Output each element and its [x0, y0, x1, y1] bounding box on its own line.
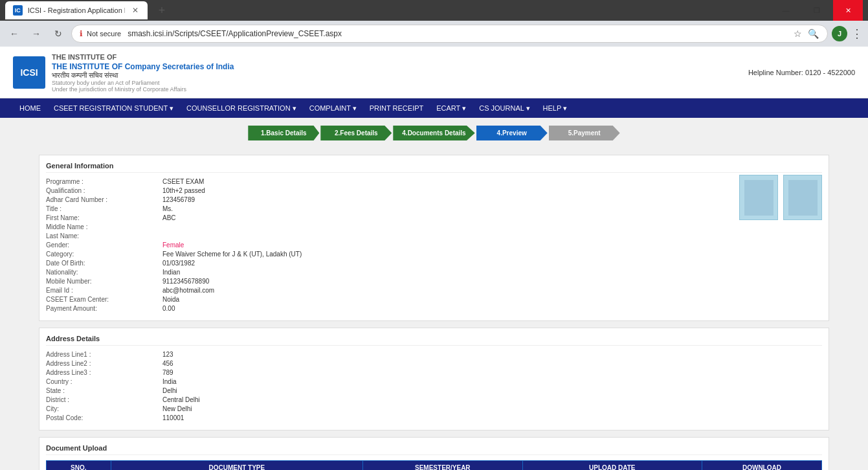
- label-category: Category:: [46, 251, 162, 258]
- window-controls: — ❐ ✕: [771, 0, 863, 21]
- address-row-district: District : Central Delhi: [46, 396, 822, 403]
- title-bar: IC ICSI - Registration Application P... …: [0, 0, 868, 21]
- new-tab-btn[interactable]: +: [153, 1, 171, 19]
- minimize-btn[interactable]: —: [771, 0, 801, 21]
- address-row-1: Address Line1 : 123: [46, 351, 822, 358]
- value-dob: 01/03/1982: [162, 260, 822, 267]
- address-text: smash.icsi.in/Scripts/CSEET/ApplicationP…: [128, 29, 342, 38]
- value-gender: Female: [162, 241, 822, 249]
- icsi-header: ICSI THE INSTITUTE OF THE INSTITUTE OF C…: [0, 47, 868, 98]
- addr-value-3: 789: [162, 369, 822, 376]
- addr-value-city: New Delhi: [162, 405, 822, 412]
- photo-area: [739, 175, 822, 220]
- info-row-middlename: Middle Name :: [46, 223, 822, 230]
- label-programme: Programme :: [46, 178, 162, 185]
- photo-inner-2: [788, 180, 818, 216]
- general-info-section: General Information Programme : CSEET EX…: [39, 155, 829, 321]
- star-icon[interactable]: ☆: [791, 28, 804, 39]
- org-name: THE INSTITUTE OF THE INSTITUTE OF Compan…: [52, 52, 234, 71]
- step-2[interactable]: 2.Fees Details: [320, 126, 393, 140]
- helpline: Helpline Number: 0120 - 4522000: [748, 69, 855, 76]
- tab-title: ICSI - Registration Application P...: [28, 6, 126, 14]
- security-icon: ℹ: [80, 29, 83, 38]
- step-5-box: 5.Payment: [549, 126, 620, 140]
- value-firstname: ABC: [162, 214, 739, 221]
- main-area: General Information Programme : CSEET EX…: [0, 148, 868, 470]
- info-row-category: Category: Fee Waiver Scheme for J & K (U…: [46, 251, 822, 258]
- stepper-row: 1.Basic Details 2.Fees Details 4.Documen…: [0, 118, 868, 148]
- search-icon[interactable]: 🔍: [807, 28, 819, 39]
- label-title: Title :: [46, 205, 162, 212]
- step-1[interactable]: 1.Basic Details: [248, 126, 320, 140]
- nav-counsellor[interactable]: COUNSELLOR REGISTRATION ▾: [180, 98, 303, 118]
- address-row-postal: Postal Code: 110001: [46, 414, 822, 421]
- label-examcenter: CSEET Exam Center:: [46, 296, 162, 303]
- reload-btn[interactable]: ↻: [49, 25, 67, 43]
- nav-cseet[interactable]: CSEET REGISTRATION STUDENT ▾: [47, 98, 180, 118]
- label-dob: Date Of Birth:: [46, 260, 162, 267]
- label-mobile: Mobile Number:: [46, 278, 162, 285]
- profile-avatar[interactable]: J: [832, 26, 847, 41]
- value-mobile: 9112345678890: [162, 278, 822, 285]
- step-1-box[interactable]: 1.Basic Details: [248, 126, 319, 140]
- value-middlename: [162, 223, 822, 230]
- addr-label-city: City:: [46, 405, 162, 412]
- forward-nav-btn[interactable]: →: [27, 25, 45, 43]
- back-nav-btn[interactable]: ←: [5, 25, 23, 43]
- value-qualification: 10th+2 passed: [162, 187, 739, 194]
- step-3[interactable]: 4.Documents Details: [393, 126, 476, 140]
- value-category: Fee Waiver Scheme for J & K (UT), Ladakh…: [162, 251, 822, 258]
- step-2-box[interactable]: 2.Fees Details: [320, 126, 392, 140]
- step-4[interactable]: 4.Preview: [476, 126, 549, 140]
- info-row-programme: Programme : CSEET EXAM: [46, 178, 739, 185]
- addr-label-2: Address Line2 :: [46, 360, 162, 367]
- close-btn[interactable]: ✕: [833, 0, 863, 21]
- nav-journal[interactable]: CS JOURNAL ▾: [473, 98, 536, 118]
- info-row-email: Email Id : abc@hotmail.com: [46, 287, 822, 294]
- icsi-org-text: THE INSTITUTE OF THE INSTITUTE OF Compan…: [52, 52, 234, 93]
- address-row-city: City: New Delhi: [46, 405, 822, 412]
- addr-label-1: Address Line1 :: [46, 351, 162, 358]
- value-examcenter: Noida: [162, 296, 822, 303]
- photo-2: [783, 175, 822, 220]
- value-payment: 0.00: [162, 305, 822, 312]
- info-row-qualification: Qualification : 10th+2 passed: [46, 187, 739, 194]
- address-row-state: State : Delhi: [46, 387, 822, 394]
- addr-label-3: Address Line3 :: [46, 369, 162, 376]
- info-row-gender: Gender: Female: [46, 241, 822, 249]
- addr-value-postal: 110001: [162, 414, 822, 421]
- nav-help[interactable]: HELP ▾: [537, 98, 574, 118]
- nav-print[interactable]: PRINT RECEIPT: [363, 98, 430, 118]
- nav-home[interactable]: HOME: [13, 98, 47, 118]
- col-sno: SNO.: [47, 461, 111, 471]
- icsi-logo: ICSI: [13, 56, 45, 89]
- address-row-3: Address Line3 : 789: [46, 369, 822, 376]
- document-table: SNO. DOCUMENT TYPE SEMESTER/YEAR UPLOAD …: [46, 460, 822, 470]
- label-middlename: Middle Name :: [46, 223, 162, 230]
- address-section: Address Details Address Line1 : 123 Addr…: [39, 328, 829, 431]
- photo-inner-1: [744, 180, 773, 216]
- addr-label-state: State :: [46, 387, 162, 394]
- active-tab[interactable]: IC ICSI - Registration Application P... …: [5, 1, 148, 19]
- step-4-box[interactable]: 4.Preview: [476, 126, 548, 140]
- addr-label-country: Country :: [46, 378, 162, 385]
- label-email: Email Id :: [46, 287, 162, 294]
- nav-bar: HOME CSEET REGISTRATION STUDENT ▾ COUNSE…: [0, 98, 868, 118]
- tab-close-btn[interactable]: ✕: [130, 5, 140, 16]
- label-gender: Gender:: [46, 241, 162, 249]
- label-nationality: Nationality:: [46, 269, 162, 276]
- value-email: abc@hotmail.com: [162, 287, 822, 294]
- step-3-box[interactable]: 4.Documents Details: [393, 126, 474, 140]
- address-bar[interactable]: ℹ Not secure smash.icsi.in/Scripts/CSEET…: [71, 25, 828, 43]
- nav-complaint[interactable]: COMPLAINT ▾: [303, 98, 363, 118]
- value-lastname: [162, 232, 822, 240]
- general-info-title: General Information: [46, 162, 822, 173]
- nav-ecart[interactable]: ECART ▾: [430, 98, 473, 118]
- stepper: 1.Basic Details 2.Fees Details 4.Documen…: [248, 126, 619, 140]
- restore-btn[interactable]: ❐: [802, 0, 832, 21]
- page-content: ICSI THE INSTITUTE OF THE INSTITUTE OF C…: [0, 47, 868, 470]
- value-nationality: Indian: [162, 269, 822, 276]
- info-row-nationality: Nationality: Indian: [46, 269, 822, 276]
- menu-btn[interactable]: ⋮: [851, 27, 863, 41]
- addr-value-country: India: [162, 378, 822, 385]
